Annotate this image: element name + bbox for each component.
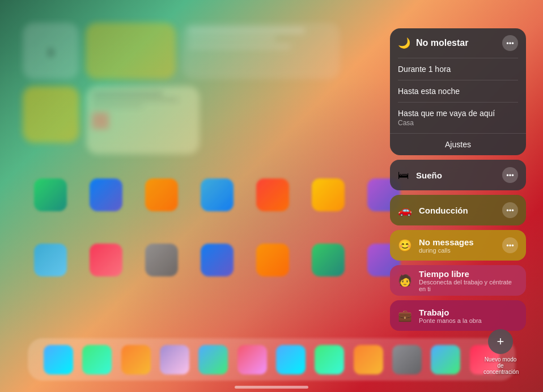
focus-name-nomsg: No messages bbox=[419, 237, 474, 247]
focus-texts-tiempolibre: Tiempo libre Desconecta del trabajo y cé… bbox=[419, 269, 518, 292]
focus-item-sueno-left: 🛏 Sueño bbox=[398, 169, 442, 182]
app-icon bbox=[145, 178, 178, 211]
dock-icon[interactable] bbox=[198, 345, 228, 374]
new-focus-plus-icon: + bbox=[488, 329, 513, 354]
dnd-title: No molestar bbox=[416, 38, 468, 48]
dnd-option-tonight[interactable]: Hasta esta noche bbox=[390, 80, 526, 102]
focus-texts-sueno: Sueño bbox=[416, 171, 442, 180]
dnd-header: 🌙 No molestar ••• bbox=[390, 28, 526, 58]
new-focus-mode-button[interactable]: + Nuevo modo de concentración bbox=[483, 329, 517, 375]
app-icon bbox=[201, 178, 234, 211]
sueno-more-button[interactable]: ••• bbox=[502, 167, 518, 183]
dock-icon[interactable] bbox=[392, 345, 422, 374]
focus-item-nomsg[interactable]: 😊 No messages during calls ••• bbox=[390, 230, 526, 261]
dock bbox=[28, 338, 515, 381]
dock-icon[interactable] bbox=[44, 345, 73, 374]
dock-icon[interactable] bbox=[354, 345, 383, 374]
dnd-option-location-label: Hasta que me vaya de aquí bbox=[398, 109, 518, 118]
app-icon bbox=[312, 178, 345, 211]
app-icon bbox=[90, 178, 122, 211]
focus-item-conduccion[interactable]: 🚗 Conducción ••• bbox=[390, 195, 526, 225]
focus-desc-tiempolibre: Desconecta del trabajo y céntrate en ti bbox=[419, 279, 518, 292]
moon-icon: 🌙 bbox=[398, 37, 410, 49]
widgets-area: › bbox=[23, 23, 340, 170]
focus-texts-nomsg: No messages during calls bbox=[419, 237, 474, 254]
focus-name-conduccion: Conducción bbox=[419, 206, 468, 215]
trabajo-icon: 💼 bbox=[398, 309, 412, 322]
dnd-option-1hour[interactable]: Durante 1 hora bbox=[390, 58, 526, 80]
app-icon bbox=[201, 244, 234, 276]
focus-item-trabajo-left: 💼 Trabajo Ponte manos a la obra bbox=[398, 308, 482, 324]
dock-icon[interactable] bbox=[160, 345, 189, 374]
dock-icon[interactable] bbox=[82, 345, 112, 374]
focus-item-nomsg-left: 😊 No messages during calls bbox=[398, 237, 474, 254]
sleep-icon: 🛏 bbox=[398, 169, 409, 182]
dock-icon[interactable] bbox=[237, 345, 267, 374]
dnd-more-button[interactable]: ••• bbox=[502, 35, 518, 51]
app-icon bbox=[256, 244, 289, 276]
app-row-2 bbox=[34, 244, 400, 276]
focus-item-conduccion-left: 🚗 Conducción bbox=[398, 203, 468, 217]
focus-name-trabajo: Trabajo bbox=[419, 308, 482, 317]
home-indicator bbox=[235, 386, 308, 389]
app-icon bbox=[145, 244, 178, 276]
conduccion-more-button[interactable]: ••• bbox=[502, 202, 518, 218]
app-icon bbox=[256, 178, 289, 211]
dock-icon[interactable] bbox=[121, 345, 151, 374]
focus-item-trabajo[interactable]: 💼 Trabajo Ponte manos a la obra bbox=[390, 300, 526, 331]
app-icon bbox=[34, 178, 67, 211]
focus-item-tiempolibre-left: 🧑 Tiempo libre Desconecta del trabajo y … bbox=[398, 269, 518, 292]
driving-icon: 🚗 bbox=[398, 203, 412, 217]
app-icon bbox=[34, 244, 67, 276]
focus-name-sueno: Sueño bbox=[416, 171, 442, 180]
app-icon bbox=[312, 244, 345, 276]
focus-desc-trabajo: Ponte manos a la obra bbox=[419, 317, 482, 324]
dnd-card: 🌙 No molestar ••• Durante 1 hora Hasta e… bbox=[390, 28, 526, 155]
focus-panel: 🌙 No molestar ••• Durante 1 hora Hasta e… bbox=[390, 28, 526, 331]
dock-icon[interactable] bbox=[315, 345, 344, 374]
focus-desc-nomsg: during calls bbox=[419, 247, 474, 254]
tiempolibre-icon: 🧑 bbox=[398, 274, 412, 287]
dnd-left: 🌙 No molestar bbox=[398, 37, 468, 49]
focus-texts-trabajo: Trabajo Ponte manos a la obra bbox=[419, 308, 482, 324]
new-focus-label: Nuevo modo de concentración bbox=[483, 356, 517, 375]
focus-name-tiempolibre: Tiempo libre bbox=[419, 269, 518, 279]
dnd-option-location-sublabel: Casa bbox=[398, 119, 518, 127]
dock-icon[interactable] bbox=[431, 345, 460, 374]
dnd-ajustes-button[interactable]: Ajustes bbox=[390, 133, 526, 155]
app-row-1 bbox=[34, 178, 400, 211]
dnd-option-location[interactable]: Hasta que me vaya de aquí Casa bbox=[390, 103, 526, 133]
app-icon bbox=[90, 244, 122, 276]
focus-texts-conduccion: Conducción bbox=[419, 206, 468, 215]
focus-item-tiempolibre[interactable]: 🧑 Tiempo libre Desconecta del trabajo y … bbox=[390, 265, 526, 296]
nomsg-icon: 😊 bbox=[398, 238, 412, 252]
dock-icon[interactable] bbox=[276, 345, 306, 374]
focus-item-sueno[interactable]: 🛏 Sueño ••• bbox=[390, 160, 526, 190]
nomsg-more-button[interactable]: ••• bbox=[502, 237, 518, 253]
